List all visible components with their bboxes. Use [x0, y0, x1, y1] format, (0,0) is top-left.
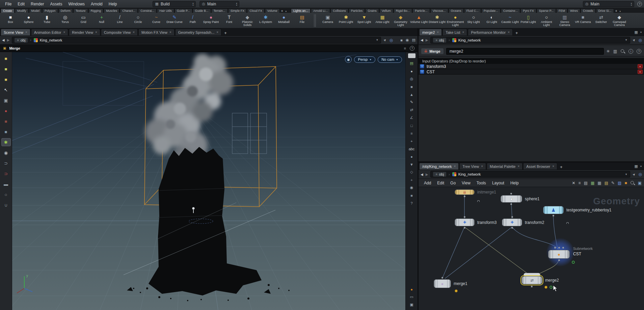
red-hook-tool-icon[interactable]: ⊃ — [2, 170, 10, 177]
node-name-field[interactable]: merge2 — [446, 48, 604, 55]
output-connector[interactable] — [464, 196, 465, 197]
network-overview-icon[interactable]: ▣ — [638, 181, 642, 185]
pane-tab[interactable]: /obj/King_network× — [419, 163, 459, 170]
text-overlay-icon[interactable]: abc — [408, 146, 415, 152]
output-connector[interactable] — [558, 259, 560, 261]
pane-tab[interactable]: Material Palette× — [487, 163, 522, 170]
pane-menu-icon[interactable]: ▾ — [640, 165, 642, 168]
output-connector[interactable] — [553, 215, 554, 216]
path-dropdown-icon[interactable]: ▼ — [625, 38, 627, 42]
cone-display-icon[interactable]: ▲ — [408, 91, 415, 98]
info-icon[interactable]: i — [628, 49, 633, 54]
shelf-tab[interactable]: Pyro FX — [520, 8, 536, 13]
cross-markers-icon[interactable]: + — [408, 177, 415, 183]
shelf-tab[interactable]: Volume — [265, 8, 280, 13]
desktop-selector[interactable]: ▦ Build ▴▾ — [153, 1, 196, 7]
gear-icon[interactable]: ✳ — [607, 49, 610, 54]
current-tool-icon[interactable]: ✱ — [2, 138, 10, 146]
new-pane-tab-icon[interactable]: + — [558, 164, 565, 170]
bowl-tool-icon[interactable]: ∪ — [2, 201, 10, 209]
shelf-tool[interactable]: ○ Ambient Light — [537, 14, 556, 27]
net-box-icon[interactable]: ■ — [624, 181, 627, 185]
clamp-tool-icon[interactable]: ▬ — [2, 180, 10, 188]
node-type-chip[interactable]: ⇊Merge — [421, 48, 444, 54]
shelf-tab[interactable]: Drive Si... — [596, 8, 614, 13]
node-merge2[interactable]: ⇄ merge2 — [521, 276, 542, 284]
back-icon[interactable]: ◀ — [2, 38, 5, 42]
node-transform2[interactable]: ✚ transform2 — [502, 218, 522, 226]
menu-item[interactable]: Arnold — [88, 1, 106, 7]
shelf-tool[interactable]: ▭ Grid — [74, 14, 92, 27]
shelf-tab[interactable]: Grains — [365, 8, 379, 13]
shelf-tool[interactable]: ○ Circle — [129, 14, 147, 27]
remove-input-icon[interactable]: × — [638, 70, 643, 74]
shelf-tool[interactable]: ▦ Area Light — [373, 14, 392, 27]
volume-select-tool-icon[interactable]: ■ — [2, 118, 10, 125]
shelf-tab[interactable]: Sparse P... — [537, 8, 556, 13]
down-markers-icon[interactable]: ▼ — [408, 161, 415, 167]
shelf-tool[interactable]: + Null — [92, 14, 111, 27]
close-tab-icon[interactable]: × — [169, 30, 171, 34]
shelf-tab[interactable]: Model — [29, 8, 42, 13]
pane-tab[interactable]: merge2× — [419, 29, 442, 35]
network-menu-item[interactable]: Edit — [434, 180, 447, 186]
shelf-tab[interactable]: Simple FX — [228, 8, 247, 13]
shelf-tool[interactable]: ▲ Volume Light — [410, 14, 428, 27]
shelf-tool[interactable]: ◐ GI Light — [483, 14, 501, 27]
help-icon[interactable]: ? — [637, 49, 641, 54]
shelf-tab[interactable]: Crowds — [581, 8, 596, 13]
shelf-divider[interactable] — [314, 14, 316, 27]
select-objects-tool-icon[interactable]: ■ — [2, 65, 10, 73]
diamond-markers-icon[interactable]: ◇ — [408, 169, 415, 175]
pin-pane-icon[interactable]: ➤ — [632, 38, 636, 43]
target-markers-icon[interactable]: ◉ — [408, 184, 415, 191]
shelf-tab[interactable]: Oceans — [449, 8, 464, 13]
breadcrumb-root[interactable]: ≡obj — [433, 38, 446, 43]
binoculars-icon[interactable]: ▥ — [613, 49, 617, 54]
stepper-icon[interactable]: ▴▾ — [190, 2, 193, 6]
shelf-tab[interactable]: Rigging — [88, 8, 104, 13]
path-dropdown-icon[interactable]: ▼ — [625, 173, 627, 176]
node-testgeometry-rubbertoy1[interactable]: ♟ testgeometry_rubbertoy1 — [543, 206, 564, 214]
shelf-tab[interactable]: Lights an... — [291, 8, 311, 13]
list-options-icon[interactable]: ≡ — [408, 130, 415, 136]
pane-tab[interactable]: Composite View× — [101, 29, 138, 35]
main-desktop-selector[interactable]: ◎ Main ▴▾ — [199, 1, 239, 7]
box-display-icon[interactable]: ■ — [408, 192, 415, 199]
notes-icon[interactable]: ▤ — [412, 38, 415, 42]
viewport-help-icon[interactable]: ? — [410, 46, 414, 51]
breadcrumb-root[interactable]: ≡obj — [15, 38, 28, 43]
input-connector[interactable] — [554, 247, 556, 249]
shelf-tab[interactable]: Constrai... — [138, 8, 157, 13]
back-icon[interactable]: ◀ — [421, 173, 423, 176]
shelf-tab[interactable]: Create — [1, 8, 15, 13]
view-cube-icon[interactable]: ■ — [400, 38, 403, 42]
shelf-tab[interactable]: Vellum — [379, 8, 393, 13]
network-menu-item[interactable]: Tools — [474, 180, 489, 186]
menu-item[interactable]: Render — [28, 1, 47, 7]
search-icon[interactable] — [620, 49, 625, 54]
input-connector[interactable] — [558, 247, 560, 249]
network-menu-item[interactable]: Help — [507, 180, 522, 186]
shelf-tool[interactable]: ■ Box — [1, 14, 20, 27]
angle-snap-icon[interactable]: ∠ — [408, 114, 415, 121]
circle-handle-tool-icon[interactable]: ○ — [2, 191, 10, 198]
close-tab-icon[interactable]: × — [508, 30, 510, 34]
menu-item[interactable]: File — [2, 1, 15, 7]
forward-icon[interactable]: ▶ — [426, 38, 428, 42]
link-pane-icon[interactable]: ◎ — [639, 38, 642, 43]
shelf-tool[interactable]: ▼ Spot Light — [355, 14, 373, 27]
shelf-tool[interactable]: ● Sphere — [20, 14, 38, 27]
box-pick-tool-icon[interactable]: ▣ — [2, 97, 10, 104]
input-connector[interactable] — [464, 216, 465, 218]
viewport-help-icon[interactable]: ? — [408, 200, 415, 206]
net-list-icon[interactable]: ▤ — [584, 181, 588, 185]
viewport-3d[interactable]: ■■■↖▣●■■✱◉⊃⊃▬○∪ — [0, 52, 418, 310]
orbit-tool-icon[interactable]: ◉ — [2, 149, 10, 156]
figure-icon[interactable]: ◉ — [406, 38, 409, 42]
swap-icon[interactable]: ⇄ — [408, 107, 415, 113]
breadcrumb-node[interactable]: King_network — [452, 38, 481, 42]
select-arrow-tool-icon[interactable]: ↖ — [2, 86, 10, 94]
shelf-tool[interactable]: ⇄ Switcher — [592, 14, 610, 27]
back-icon[interactable]: ◀ — [421, 38, 423, 42]
